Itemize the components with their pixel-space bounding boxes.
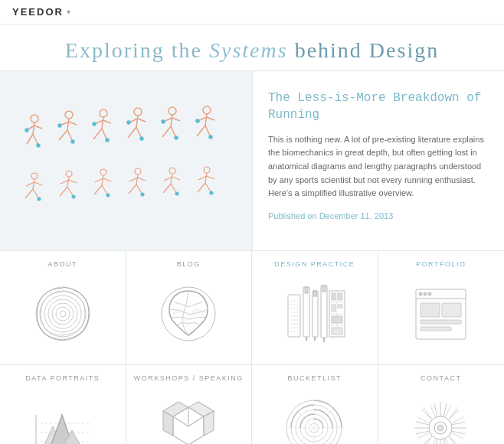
grid-cell-portfolio[interactable]: PORTFOLIO xyxy=(378,251,505,365)
featured-illustration xyxy=(0,71,253,250)
logo[interactable]: YEEDOR xyxy=(12,6,64,18)
svg-line-50 xyxy=(25,189,33,198)
svg-rect-123 xyxy=(338,293,342,300)
svg-rect-102 xyxy=(313,291,316,296)
article-published: Published on December 11, 2013 xyxy=(268,210,489,224)
portfolio-icon xyxy=(403,276,479,352)
svg-point-83 xyxy=(204,167,210,173)
svg-point-96 xyxy=(60,311,66,317)
svg-line-84 xyxy=(205,173,207,183)
svg-line-188 xyxy=(450,407,457,419)
svg-point-40 xyxy=(203,106,211,114)
workshops-label: WORKSHOPS / SPEAKING xyxy=(134,374,244,382)
svg-line-21 xyxy=(103,120,111,123)
svg-line-34 xyxy=(162,126,171,137)
svg-point-31 xyxy=(140,137,143,140)
featured-section: The Less-is-More Breakdown of Running Th… xyxy=(0,70,504,251)
svg-rect-135 xyxy=(421,327,451,331)
svg-line-18 xyxy=(93,129,102,139)
svg-line-187 xyxy=(424,407,431,419)
grid-cell-design-practice[interactable]: DESIGN PRACTICE xyxy=(252,251,378,365)
svg-line-77 xyxy=(171,174,172,184)
svg-point-61 xyxy=(72,195,75,198)
grid-cell-contact[interactable]: CONTACT xyxy=(378,365,505,444)
svg-line-85 xyxy=(198,183,205,192)
header: YEEDOR ▾ xyxy=(0,0,504,24)
article-title[interactable]: The Less-is-More Breakdown of Running xyxy=(268,90,489,124)
svg-point-95 xyxy=(56,307,70,321)
svg-line-74 xyxy=(138,178,146,181)
svg-line-81 xyxy=(172,177,180,180)
data-portraits-label: DATA PORTRAITS xyxy=(25,374,100,382)
svg-rect-125 xyxy=(338,305,342,308)
svg-point-30 xyxy=(127,121,130,124)
svg-line-37 xyxy=(172,118,180,121)
svg-rect-124 xyxy=(332,305,335,312)
svg-line-33 xyxy=(171,115,172,126)
svg-point-23 xyxy=(106,139,109,142)
svg-rect-127 xyxy=(332,328,342,335)
running-illustration xyxy=(11,92,241,230)
svg-point-38 xyxy=(162,120,165,123)
svg-line-182 xyxy=(443,439,447,444)
svg-point-75 xyxy=(141,193,144,196)
svg-line-42 xyxy=(197,126,205,136)
hero-section: Exploring the Systems behind Design xyxy=(0,24,504,70)
svg-line-2 xyxy=(27,134,33,144)
svg-point-14 xyxy=(58,124,61,127)
svg-line-57 xyxy=(60,187,67,196)
grid-cell-bucketlist[interactable]: BUCKETLIST xyxy=(252,365,378,444)
svg-point-93 xyxy=(48,299,77,328)
svg-rect-105 xyxy=(322,286,326,292)
design-practice-label: DESIGN PRACTICE xyxy=(274,260,355,268)
grid-cell-data-portraits[interactable]: DATA PORTRAITS xyxy=(0,365,126,444)
featured-article-info: The Less-is-More Breakdown of Running Th… xyxy=(253,71,504,250)
svg-line-198 xyxy=(445,439,451,444)
article-body: This is nothing new. A lot of pre-existi… xyxy=(268,133,489,201)
svg-line-64 xyxy=(94,185,102,194)
hero-text-after: behind Design xyxy=(288,38,440,62)
svg-point-76 xyxy=(169,168,175,174)
grid-cell-blog[interactable]: BLOG xyxy=(126,251,253,365)
svg-point-22 xyxy=(93,122,96,126)
svg-line-9 xyxy=(67,119,69,130)
blog-label: BLOG xyxy=(177,260,201,268)
svg-point-48 xyxy=(31,173,38,179)
svg-line-150 xyxy=(173,416,188,426)
svg-point-68 xyxy=(106,194,110,197)
published-date: December 11, 2013 xyxy=(319,211,394,220)
svg-point-200 xyxy=(437,425,443,431)
svg-point-92 xyxy=(44,295,81,332)
hero-highlight: Systems xyxy=(209,38,288,62)
svg-point-6 xyxy=(25,129,28,132)
bucketlist-label: BUCKETLIST xyxy=(287,374,342,382)
grid-cell-workshops[interactable]: WORKSHOPS / SPEAKING xyxy=(126,365,253,444)
svg-rect-99 xyxy=(305,287,308,293)
svg-point-39 xyxy=(175,136,178,139)
hero-title: Exploring the Systems behind Design xyxy=(15,38,489,63)
blog-icon xyxy=(150,276,227,352)
portfolio-label: PORTFOLIO xyxy=(416,260,466,268)
svg-point-69 xyxy=(135,168,141,175)
svg-rect-136 xyxy=(442,303,461,317)
svg-point-132 xyxy=(428,292,431,295)
svg-line-41 xyxy=(205,114,207,126)
svg-rect-98 xyxy=(303,287,309,337)
about-label: ABOUT xyxy=(47,260,77,268)
svg-point-0 xyxy=(31,115,38,122)
about-icon xyxy=(25,276,101,352)
svg-line-10 xyxy=(59,130,67,140)
svg-line-1 xyxy=(33,122,34,134)
svg-point-131 xyxy=(424,292,427,295)
svg-line-5 xyxy=(34,126,42,129)
design-practice-icon xyxy=(277,276,353,352)
svg-line-17 xyxy=(102,117,103,129)
svg-line-26 xyxy=(128,127,136,138)
svg-line-88 xyxy=(207,176,214,179)
svg-line-197 xyxy=(430,439,436,444)
svg-line-71 xyxy=(129,184,136,194)
grid-cell-about[interactable]: ABOUT xyxy=(0,251,126,365)
svg-point-16 xyxy=(100,109,107,117)
svg-line-25 xyxy=(136,116,138,127)
dropdown-arrow-icon[interactable]: ▾ xyxy=(67,8,70,16)
